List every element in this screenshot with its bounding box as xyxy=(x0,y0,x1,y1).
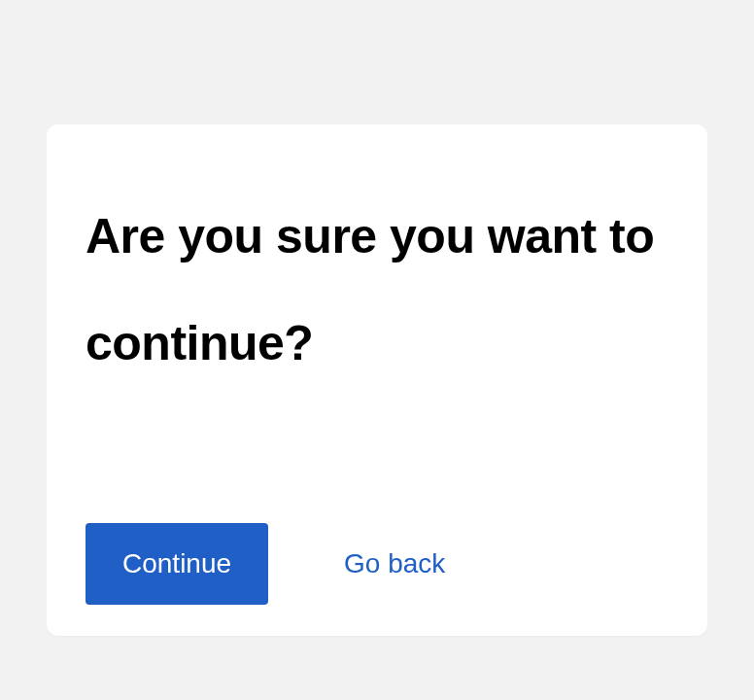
dialog-title: Are you sure you want to continue? xyxy=(86,183,668,397)
confirmation-dialog: Are you sure you want to continue? Conti… xyxy=(47,124,707,636)
go-back-button[interactable]: Go back xyxy=(344,548,445,579)
dialog-actions: Continue Go back xyxy=(86,523,668,605)
continue-button[interactable]: Continue xyxy=(86,523,268,605)
